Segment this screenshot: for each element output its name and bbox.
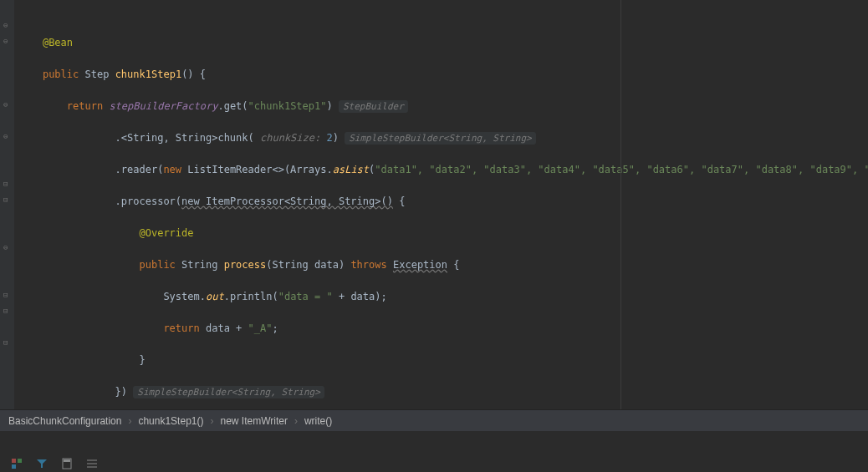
breadcrumb-item[interactable]: write() (304, 415, 332, 427)
fold-icon[interactable]: ⊟ (3, 196, 11, 204)
fold-icon[interactable]: ⊟ (3, 180, 11, 188)
svg-rect-4 (64, 459, 70, 462)
code-area[interactable]: @Bean public Step chunk1Step1() { return… (15, 0, 868, 409)
svg-rect-2 (12, 464, 16, 469)
breadcrumb-item[interactable]: BasicChunkConfiguration (8, 415, 121, 427)
svg-rect-0 (12, 459, 16, 463)
layout-icon[interactable] (10, 457, 23, 470)
fold-icon[interactable]: ⊖ (3, 133, 11, 140)
fold-icon[interactable]: ⊖ (3, 38, 11, 45)
svg-rect-7 (87, 466, 97, 468)
fold-icon[interactable]: ⊖ (3, 22, 11, 29)
fold-icon[interactable]: ⊖ (3, 244, 11, 251)
breadcrumb-item[interactable]: chunk1Step1() (138, 415, 203, 427)
calculator-icon[interactable] (60, 457, 74, 470)
fold-icon[interactable]: ⊖ (3, 101, 11, 109)
svg-rect-6 (87, 463, 97, 464)
svg-rect-1 (18, 459, 22, 463)
inlay-hint: SimpleStepBuilder<String, String> (133, 386, 324, 398)
bottom-toolbar (0, 431, 868, 472)
inlay-hint: StepBuilder (339, 100, 408, 113)
chevron-right-icon: › (210, 415, 213, 427)
chevron-right-icon: › (294, 415, 298, 427)
right-margin-line (620, 0, 621, 409)
inlay-hint: SimpleStepBuilder<String, String> (345, 132, 536, 145)
list-icon[interactable] (85, 457, 99, 470)
breadcrumb-item[interactable]: new ItemWriter (220, 415, 287, 427)
code-editor[interactable]: ⊖ ⊖ ⊖ ⊖ ⊟ ⊟ ⊖ ⊟ ⊟ ⊟ @Bean public Step ch… (0, 0, 868, 409)
fold-icon[interactable]: ⊟ (3, 339, 11, 347)
fold-icon[interactable]: ⊟ (3, 292, 11, 299)
svg-rect-5 (87, 459, 97, 461)
gutter: ⊖ ⊖ ⊖ ⊖ ⊟ ⊟ ⊖ ⊟ ⊟ ⊟ (0, 0, 15, 409)
chevron-right-icon: › (128, 415, 131, 427)
breadcrumb: BasicChunkConfiguration › chunk1Step1() … (0, 409, 868, 431)
fold-icon[interactable]: ⊟ (3, 307, 11, 315)
annotation: @Bean (43, 37, 73, 48)
filter-icon[interactable] (35, 457, 49, 470)
